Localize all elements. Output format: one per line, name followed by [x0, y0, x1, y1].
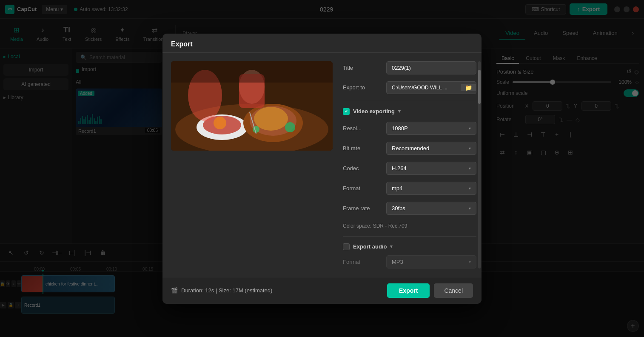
framerate-row: Frame rate 30fps ▾ — [343, 202, 476, 215]
export-audio-label: Export audio — [353, 243, 387, 250]
export-modal-overlay[interactable]: Export — [0, 0, 644, 337]
format-select[interactable]: mp4 ▾ — [386, 182, 476, 195]
folder-browse-button[interactable]: 📁 — [461, 84, 476, 91]
color-space: Color space: SDR - Rec.709 — [343, 222, 476, 229]
film-icon: 🎬 — [171, 287, 178, 294]
modal-scrollbar[interactable] — [478, 61, 481, 268]
framerate-select[interactable]: 30fps ▾ — [386, 202, 476, 215]
export-form: Title Export to 📁 ✓ — [343, 61, 476, 268]
divider-1 — [343, 101, 476, 101]
audio-export-header: Export audio ▾ — [343, 243, 476, 250]
codec-row: Codec H.264 ▾ — [343, 162, 476, 175]
codec-label: Codec — [343, 165, 381, 171]
svg-point-8 — [285, 122, 295, 132]
form-area: Title Export to 📁 ✓ — [343, 61, 481, 268]
export-modal: Export — [162, 34, 482, 304]
codec-select[interactable]: H.264 ▾ — [386, 162, 476, 175]
export-to-row: Export to 📁 — [343, 81, 476, 94]
video-exporting-section: ✓ Video exporting ▾ — [343, 108, 476, 115]
modal-header: Export — [162, 34, 482, 53]
framerate-arrow: ▾ — [469, 206, 471, 211]
export-audio-section: Export audio ▾ Format MP3 ▾ — [343, 243, 476, 268]
resolution-arrow: ▾ — [469, 126, 471, 131]
svg-point-7 — [254, 107, 288, 131]
export-info: 🎬 Duration: 12s | Size: 17M (estimated) — [171, 287, 272, 294]
export-path-input[interactable] — [387, 82, 461, 94]
export-path: 📁 — [386, 81, 476, 94]
format-row: Format mp4 ▾ — [343, 182, 476, 195]
audio-format-arrow: ▾ — [469, 260, 471, 264]
bitrate-label: Bit rate — [343, 145, 381, 151]
preview-image — [171, 61, 333, 151]
export-preview — [171, 61, 333, 268]
export-to-label: Export to — [343, 84, 381, 91]
codec-arrow: ▾ — [469, 166, 471, 171]
audio-format-row: Format MP3 ▾ — [343, 255, 476, 268]
export-confirm-button[interactable]: Export — [387, 283, 430, 298]
preview-svg — [171, 61, 333, 151]
video-export-checkbox[interactable]: ✓ — [343, 108, 350, 115]
resolution-label: Resol... — [343, 125, 381, 131]
footer-actions: Export Cancel — [387, 283, 473, 298]
audio-format-select[interactable]: MP3 ▾ — [386, 255, 476, 268]
video-exporting-label: Video exporting — [353, 108, 395, 114]
svg-point-4 — [214, 117, 226, 129]
format-label: Format — [343, 185, 381, 191]
svg-rect-14 — [171, 61, 333, 83]
framerate-label: Frame rate — [343, 205, 381, 211]
modal-title: Export — [171, 40, 193, 48]
bitrate-row: Bit rate Recommended ▾ — [343, 142, 476, 155]
audio-export-checkbox[interactable] — [343, 243, 350, 250]
title-row: Title — [343, 61, 476, 74]
cancel-button[interactable]: Cancel — [434, 283, 473, 298]
format-arrow: ▾ — [469, 186, 471, 191]
title-label: Title — [343, 65, 381, 71]
modal-body: Title Export to 📁 ✓ — [162, 53, 482, 277]
duration-size-info: Duration: 12s | Size: 17M (estimated) — [181, 287, 272, 294]
resolution-row: Resol... 1080P ▾ — [343, 122, 476, 135]
title-input[interactable] — [386, 61, 476, 74]
bitrate-arrow: ▾ — [469, 146, 471, 151]
audio-format-label: Format — [343, 259, 381, 265]
bitrate-select[interactable]: Recommended ▾ — [386, 142, 476, 155]
scrollbar-thumb — [478, 70, 481, 104]
modal-footer: 🎬 Duration: 12s | Size: 17M (estimated) … — [162, 277, 482, 304]
resolution-select[interactable]: 1080P ▾ — [386, 122, 476, 135]
divider-2 — [343, 236, 476, 237]
